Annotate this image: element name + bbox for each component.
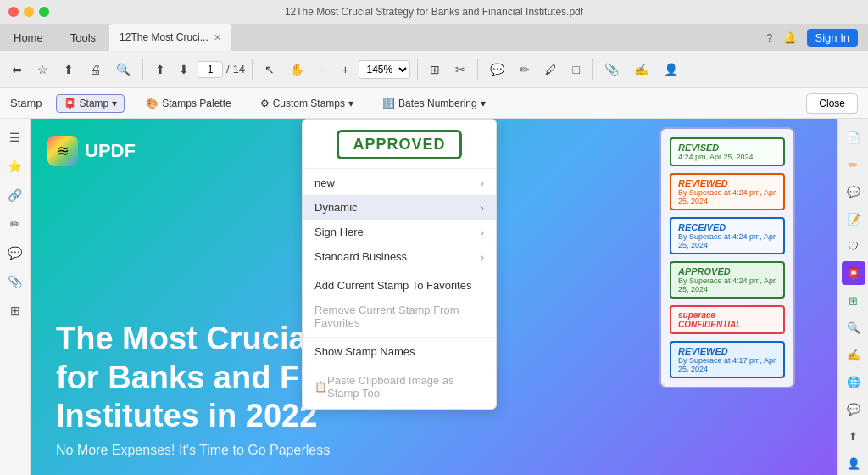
- stamp-confidential-title: superace CONFIDENTIAL: [678, 310, 776, 329]
- sidebar-link-icon[interactable]: 🔗: [3, 183, 27, 207]
- user-profile-btn[interactable]: 👤: [659, 59, 683, 80]
- notification-icon[interactable]: 🔔: [783, 31, 797, 44]
- stamp-revised-sub: 4:24 pm, Apr 25, 2024: [678, 153, 776, 161]
- next-page-btn[interactable]: ⬇: [174, 59, 194, 80]
- right-stamp-icon[interactable]: 📮: [842, 261, 865, 285]
- zoom-select[interactable]: 145% 100% 75% 50%: [359, 60, 410, 79]
- dropdown-item-new[interactable]: new ›: [303, 170, 496, 195]
- sidebar-annot-icon[interactable]: ✏: [3, 212, 27, 236]
- right-protect-icon[interactable]: 🛡: [842, 234, 865, 258]
- crop-btn[interactable]: ✂: [450, 59, 470, 80]
- hand-tool-btn[interactable]: ✋: [285, 59, 309, 80]
- tab-home[interactable]: Home: [0, 24, 57, 51]
- right-ocr-icon[interactable]: 🔍: [842, 316, 865, 339]
- right-pdf-icon[interactable]: 📄: [842, 126, 865, 149]
- dropdown-item-show-names[interactable]: Show Stamp Names: [303, 339, 496, 364]
- close-tab-icon[interactable]: ✕: [214, 32, 221, 43]
- divider-3: [417, 59, 418, 80]
- stamp-received-title: RECEIVED: [678, 222, 776, 232]
- cursor-tool-btn[interactable]: ↖: [259, 59, 280, 80]
- bookmark-tool-btn[interactable]: ☆: [32, 59, 53, 80]
- custom-stamps-arrow: ▾: [348, 98, 353, 109]
- dropdown-item-standard-business[interactable]: Standard Business ›: [303, 244, 496, 269]
- dropdown-item-dynamic[interactable]: Dynamic ›: [303, 195, 496, 220]
- dropdown-divider-3: [303, 366, 496, 366]
- stamp-confidential[interactable]: superace CONFIDENTIAL: [670, 305, 785, 334]
- right-chat-icon[interactable]: 💬: [842, 397, 865, 421]
- pen-btn[interactable]: ✏: [515, 59, 535, 80]
- stamp-reviewed-blue[interactable]: REVIEWED By Superace at 4:17 pm, Apr 25,…: [670, 341, 785, 378]
- dropdown-arrow-dynamic: ›: [481, 203, 484, 213]
- dropdown-item-add-favorite[interactable]: Add Current Stamp To Favorites: [303, 273, 496, 298]
- stamp-approved-title: APPROVED: [678, 266, 776, 277]
- divider-4: [477, 59, 478, 80]
- dropdown-item-sign-here[interactable]: Sign Here ›: [303, 220, 496, 244]
- tabbar-right: ? 🔔 Sign In: [766, 24, 868, 51]
- right-comment-icon[interactable]: 💬: [842, 180, 865, 204]
- stamp-approved[interactable]: APPROVED By Superace at 4:24 pm, Apr 25,…: [670, 261, 785, 299]
- right-organize-icon[interactable]: ⊞: [842, 288, 865, 312]
- back-tool-btn[interactable]: ⬅: [7, 59, 27, 80]
- stamp-toolbar: Stamp 📮 Stamp ▾ 🎨 Stamps Palette ⚙ Custo…: [0, 88, 868, 119]
- comment-toolbar-btn[interactable]: 💬: [485, 59, 509, 80]
- right-sign-icon[interactable]: ✍: [842, 343, 865, 366]
- close-window-btn[interactable]: [8, 7, 19, 17]
- stamp-dropdown-btn[interactable]: 📮 Stamp ▾: [56, 94, 125, 113]
- right-share-icon[interactable]: ⬆: [842, 424, 865, 448]
- highlight-btn[interactable]: 🖊: [540, 59, 562, 80]
- sign-in-button[interactable]: Sign In: [807, 29, 858, 47]
- tab-tools[interactable]: Tools: [57, 24, 109, 51]
- sidebar-attach-icon[interactable]: 📎: [3, 270, 27, 293]
- stamp-received[interactable]: RECEIVED By Superace at 4:24 pm, Apr 25,…: [670, 217, 785, 254]
- stamp-dropdown-menu: APPROVED new › Dynamic › Sign Here › Sta…: [302, 119, 497, 410]
- right-edit-icon[interactable]: ✏: [842, 153, 865, 176]
- sidebar-layers-icon[interactable]: ⊞: [3, 299, 27, 322]
- upload-tool-btn[interactable]: ⬆: [58, 59, 79, 80]
- stamps-palette-label: Stamps Palette: [162, 98, 231, 109]
- right-user-icon[interactable]: 👤: [842, 451, 865, 475]
- stamp-revised[interactable]: REVISED 4:24 pm, Apr 25, 2024: [670, 137, 785, 166]
- approved-stamp-preview: APPROVED: [337, 130, 461, 159]
- dropdown-arrow-new: ›: [481, 178, 484, 188]
- stamp-toolbar-label: Stamp: [10, 97, 42, 109]
- window-title: 12The Most Crucial Strategy for Banks an…: [285, 6, 583, 18]
- stamp-reviewed[interactable]: REVIEWED By Superace at 4:24 pm, Apr 25,…: [670, 173, 785, 210]
- palette-icon: 🎨: [146, 98, 159, 109]
- print-tool-btn[interactable]: 🖨: [84, 59, 106, 80]
- bates-icon: 🔢: [382, 98, 395, 109]
- shape-btn[interactable]: □: [567, 59, 584, 80]
- signature-btn[interactable]: ✍: [629, 59, 654, 80]
- stamp-toolbar-right: Close: [806, 93, 858, 114]
- page-number-input[interactable]: 1: [198, 61, 223, 78]
- stamps-palette-btn[interactable]: 🎨 Stamps Palette: [138, 94, 238, 113]
- view-mode-btn[interactable]: ⊞: [425, 59, 445, 80]
- stamp-preview-header: APPROVED: [303, 123, 496, 166]
- main-content: ☰ ⭐ 🔗 ✏ 💬 📎 ⊞ ≋ UPDF ‹ The Most Crucial …: [0, 119, 868, 475]
- custom-stamps-btn[interactable]: ⚙ Custom Stamps ▾: [253, 94, 361, 113]
- dropdown-item-remove-favorite: Remove Current Stamp From Favorites: [303, 298, 496, 335]
- zoom-out-btn[interactable]: −: [314, 59, 331, 80]
- bates-arrow: ▾: [481, 98, 486, 109]
- bates-numbering-btn[interactable]: 🔢 Bates Numbering ▾: [375, 94, 493, 113]
- maximize-window-btn[interactable]: [39, 7, 49, 17]
- sidebar-bookmark-icon[interactable]: ⭐: [3, 154, 27, 178]
- attachment-btn[interactable]: 📎: [599, 59, 624, 80]
- tab-doc[interactable]: 12The Most Cruci... ✕: [109, 24, 231, 51]
- page-navigation: ⬆ ⬇ 1 / 14: [150, 59, 245, 80]
- prev-page-btn[interactable]: ⬆: [150, 59, 170, 80]
- sidebar-pages-icon[interactable]: ☰: [3, 126, 27, 149]
- help-icon[interactable]: ?: [766, 31, 772, 44]
- search-tool-btn[interactable]: 🔍: [111, 59, 136, 80]
- minimize-window-btn[interactable]: [24, 7, 34, 17]
- zoom-in-btn[interactable]: +: [337, 59, 353, 80]
- sidebar-comment-icon[interactable]: 💬: [3, 241, 27, 265]
- logo-area: ≋ UPDF: [47, 136, 136, 166]
- right-translate-icon[interactable]: 🌐: [842, 370, 865, 394]
- right-fill-icon[interactable]: 📝: [842, 207, 865, 231]
- traffic-lights: [8, 7, 49, 17]
- tabbar: Home Tools 12The Most Cruci... ✕ ? 🔔 Sig…: [0, 24, 868, 51]
- close-stamp-toolbar-btn[interactable]: Close: [806, 93, 858, 114]
- custom-stamps-label: Custom Stamps: [273, 98, 345, 109]
- dropdown-divider-2: [303, 337, 496, 338]
- stamp-btn-label: Stamp: [80, 98, 109, 109]
